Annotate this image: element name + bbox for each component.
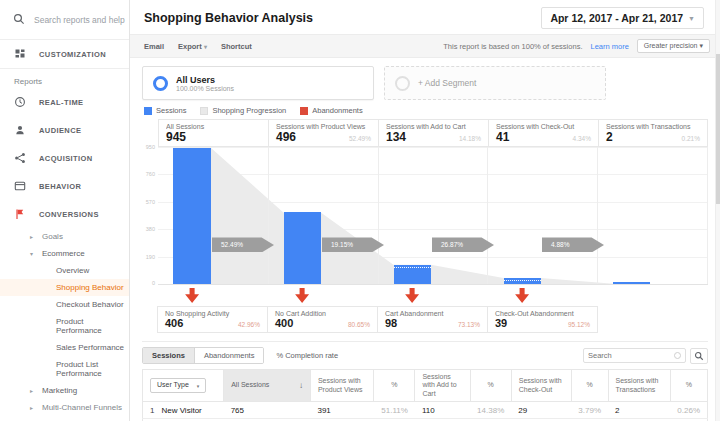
table-tab-group: Sessions Abandonments [142,347,264,364]
sidebar-item-ecommerce[interactable]: ▾ Ecommerce [0,245,129,262]
sidebar-item-behavior[interactable]: BEHAVIOR [0,172,129,200]
export-button[interactable]: Export ▾ [178,42,207,51]
funnel-chart: All Sessions 945 Sessions with Product V… [142,119,708,285]
segment-subtitle: 100.00% Sessions [176,85,234,92]
precision-dropdown[interactable]: Greater precision ▾ [637,39,710,53]
col-add-to-cart[interactable]: Sessions with Add to Cart [415,370,470,402]
sessions-bar[interactable] [613,282,650,284]
shortcut-button[interactable]: Shortcut [221,42,252,51]
cell: 14.38% [470,402,511,419]
col-pct[interactable]: % [571,370,608,402]
sidebar-search-input[interactable] [34,15,129,25]
legend-swatch [200,107,208,115]
stage-header-check-out: Sessions with Check-Out 414.34% [488,119,598,147]
window-icon [14,180,26,192]
advanced-search-icon[interactable] [674,352,681,359]
table-search-input[interactable] [588,351,674,360]
col-transactions[interactable]: Sessions with Transactions [608,370,670,402]
segment-title: All Users [176,75,234,85]
sidebar-item-attribution[interactable]: ▸ Attribution [0,416,129,421]
sidebar-item-label: Multi-Channel Funnels [42,403,122,412]
sidebar-item-conversions[interactable]: CONVERSIONS [0,200,129,228]
sidebar-item-acquisition[interactable]: ACQUISITION [0,144,129,172]
sidebar-item-shopping-behavior[interactable]: Shopping Behavior [0,279,129,296]
cell: 391 [310,402,373,419]
vertical-scrollbar[interactable] [715,0,720,421]
stage-header-product-views: Sessions with Product Views 49652.49% [268,119,378,147]
sessions-bar[interactable] [284,212,321,284]
sidebar-item-overview[interactable]: Overview [0,262,129,279]
abandon-arrow-icon [185,288,199,303]
cell: 51.11% [374,402,415,419]
sidebar-item-label: AUDIENCE [39,126,81,135]
abandonment-box-cart-abandonment: Cart Abandonment 9873.13% [377,306,488,333]
segment-ghost-icon [395,76,410,91]
funnel-column [597,147,707,284]
sort-desc-icon: ↓ [299,381,303,391]
sessions-bar[interactable] [504,278,541,284]
segment-all-users[interactable]: All Users 100.00% Sessions [142,66,374,100]
segment-row: All Users 100.00% Sessions + Add Segment [142,66,708,100]
sidebar-item-goals[interactable]: ▸ Goals [0,228,129,245]
col-pct[interactable]: % [374,370,415,402]
table-search-box[interactable] [583,348,686,363]
col-all-sessions[interactable]: All Sessions↓ [224,370,311,402]
table-search [583,348,708,364]
sidebar-item-label: Goals [42,232,63,241]
segment-donut-icon [153,76,168,91]
sidebar-item-customization[interactable]: CUSTOMIZATION [0,40,129,68]
sidebar-item-sales-performance[interactable]: Sales Performance [0,339,129,356]
sidebar-item-marketing[interactable]: ▸ Marketing [0,382,129,399]
abandonment-cell-empty [598,285,708,333]
chevron-right-icon: ▸ [30,404,33,411]
sidebar-item-label: Marketing [42,386,77,395]
add-segment-button[interactable]: + Add Segment [384,66,606,100]
table-header-row: User Type▾ All Sessions↓ Sessions with P… [143,370,708,402]
sidebar-item-audience[interactable]: AUDIENCE [0,116,129,144]
search-submit-button[interactable] [690,348,708,364]
stage-header-transactions: Sessions with Transactions 20.21% [598,119,708,147]
chevron-down-icon: ▾ [204,44,207,50]
email-button[interactable]: Email [144,42,164,51]
sidebar-item-label: REAL-TIME [39,98,83,107]
cell: 110 [415,402,470,419]
date-range-picker[interactable]: Apr 12, 2017 - Apr 21, 2017 ▼ [541,7,704,29]
col-pct[interactable]: % [670,370,707,402]
table-row[interactable]: 1New Visitor 765 391 51.11% 110 14.38% 2… [143,402,708,419]
stage-header-all-sessions: All Sessions 945 [158,119,268,147]
search-icon [694,351,704,361]
cell: 3.79% [571,402,608,419]
col-check-out[interactable]: Sessions with Check-Out [511,370,571,402]
customization-icon [14,48,26,60]
sampling-note: This report is based on 100% of sessions… [443,42,582,51]
scrollbar-thumb[interactable] [716,54,720,204]
reports-section-label: Reports [0,69,129,88]
sidebar-item-real-time[interactable]: REAL-TIME [0,88,129,116]
transition-arrow: 52.49% [212,237,274,252]
user-type-dropdown[interactable]: User Type▾ [150,378,206,392]
sidebar-item-product-performance[interactable]: Product Performance [0,313,129,339]
abandonment-cell: No Shopping Activity 40642.96% [158,285,268,333]
completion-rate-toggle[interactable]: % Completion rate [276,351,338,360]
tab-sessions[interactable]: Sessions [143,348,194,363]
chevron-down-icon: ▼ [688,15,695,22]
add-segment-label: + Add Segment [418,78,476,88]
y-axis-tick: 0 [142,280,155,286]
sidebar-search[interactable] [0,0,129,40]
sidebar-item-product-list-performance[interactable]: Product List Performance [0,356,129,382]
col-pct[interactable]: % [470,370,511,402]
y-axis-tick: 950 [142,144,155,150]
sidebar-item-multi-channel-funnels[interactable]: ▸ Multi-Channel Funnels [0,399,129,416]
network-icon [14,152,26,164]
learn-more-link[interactable]: Learn more [590,42,628,51]
y-axis-tick: 380 [142,226,155,232]
sessions-bar[interactable] [394,265,431,284]
abandon-arrow-icon [515,288,529,303]
abandonment-cell: No Cart Addition 40080.65% [268,285,378,333]
col-product-views[interactable]: Sessions with Product Views [310,370,373,402]
sessions-bar[interactable] [173,148,210,284]
sidebar-item-label: CUSTOMIZATION [39,50,106,59]
sidebar-item-checkout-behavior[interactable]: Checkout Behavior [0,296,129,313]
clock-icon [14,96,26,108]
tab-abandonments[interactable]: Abandonments [194,348,263,363]
